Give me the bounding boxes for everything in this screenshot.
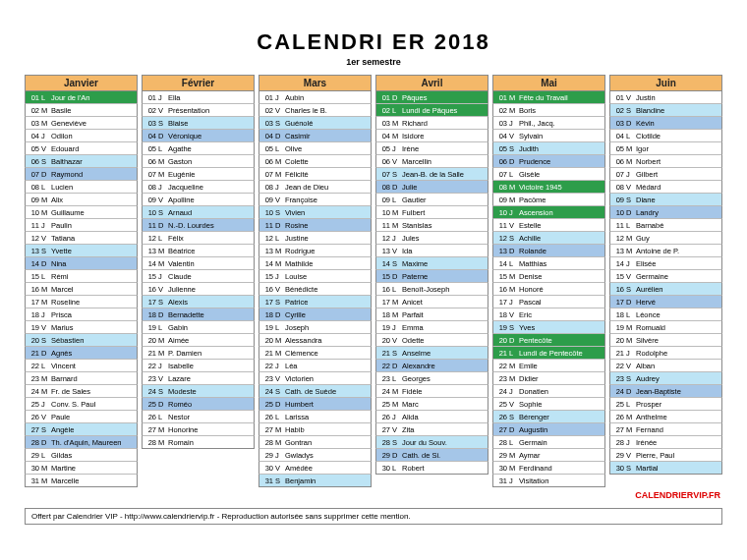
day-weekday: D [158, 310, 167, 319]
day-row: 24MFidèle [375, 385, 488, 398]
day-row: 21DAgnès [25, 347, 138, 360]
day-saint: Guénolé [284, 119, 371, 128]
day-row: 22MEmile [492, 360, 605, 372]
day-saint: Odilon [50, 132, 137, 140]
day-weekday: L [392, 374, 401, 383]
day-number: 03 [143, 119, 158, 128]
day-weekday: V [41, 413, 50, 421]
day-weekday: D [275, 400, 284, 409]
day-row: 28DTh. d'Aquin, Maureen [25, 436, 138, 449]
day-saint: Paulin [50, 221, 137, 230]
day-weekday: V [392, 425, 401, 434]
day-saint: Richard [401, 119, 488, 128]
day-number: 06 [259, 157, 275, 166]
day-saint: Claude [167, 272, 254, 281]
day-saint: Aubin [284, 93, 371, 102]
day-saint: Victoire 1945 [518, 183, 604, 192]
day-row: 26VPaule [25, 411, 138, 423]
day-number: 22 [376, 362, 392, 370]
day-number: 14 [26, 259, 41, 268]
day-weekday: L [509, 170, 518, 179]
day-weekday: J [275, 362, 284, 370]
day-weekday: M [158, 157, 167, 166]
day-number: 04 [376, 132, 392, 140]
day-row: 06DPrudence [492, 155, 605, 168]
day-row: 28LGermain [492, 436, 605, 449]
day-saint: Marcelle [50, 476, 137, 485]
day-saint: Marcel [50, 285, 137, 294]
day-saint: Romuald [635, 323, 721, 332]
day-saint: Modeste [167, 387, 254, 396]
day-saint: Anthelme [635, 413, 721, 421]
day-weekday: M [509, 374, 518, 383]
day-saint: Germain [518, 438, 604, 447]
day-number: 20 [493, 336, 509, 345]
day-saint: Rodolphe [635, 349, 721, 358]
day-saint: Ferdinand [518, 464, 604, 473]
day-weekday: J [509, 476, 518, 485]
day-weekday: S [275, 208, 284, 217]
day-saint: Ida [401, 247, 488, 255]
day-saint: Justine [284, 234, 371, 243]
day-weekday: D [41, 438, 50, 447]
day-number: 21 [259, 349, 275, 358]
day-saint: Balthazar [50, 157, 137, 166]
day-row: 19VMarius [25, 321, 138, 334]
day-saint: Fidèle [401, 387, 488, 396]
day-weekday: M [392, 221, 401, 230]
day-saint: Eugénie [167, 170, 254, 179]
day-weekday: L [626, 310, 635, 319]
day-number: 03 [259, 119, 275, 128]
day-weekday: L [509, 259, 518, 268]
day-saint: Cyrille [284, 310, 371, 319]
day-weekday: M [626, 336, 635, 345]
day-weekday: J [275, 451, 284, 460]
day-number: 16 [143, 285, 158, 294]
day-weekday: J [275, 93, 284, 102]
day-number: 09 [26, 196, 41, 204]
day-saint: Prudence [518, 157, 604, 166]
day-row: 01JAubin [259, 91, 372, 104]
day-weekday: J [626, 349, 635, 358]
day-number: 02 [259, 106, 275, 115]
day-saint: Fête du Travail [518, 93, 604, 102]
day-number: 27 [26, 425, 41, 434]
day-weekday: M [626, 247, 635, 255]
day-weekday: V [626, 93, 635, 102]
day-number: 25 [143, 400, 158, 409]
day-weekday: S [275, 119, 284, 128]
day-weekday: D [275, 310, 284, 319]
day-row: 02MBasile [25, 104, 138, 117]
day-weekday: J [275, 183, 284, 192]
day-row: 24DJean-Baptiste [609, 385, 722, 398]
day-row: 06SBalthazar [25, 155, 138, 168]
day-saint: Julie [401, 183, 488, 192]
day-saint: Pierre, Paul [635, 451, 721, 460]
day-weekday: M [275, 247, 284, 255]
day-row: 17MAnicet [375, 296, 488, 308]
day-number: 26 [143, 413, 158, 421]
day-saint: Odette [401, 336, 488, 345]
day-weekday: V [158, 106, 167, 115]
day-weekday: S [392, 259, 401, 268]
day-saint: Gaston [167, 157, 254, 166]
day-saint: Amédée [284, 464, 371, 473]
day-weekday: V [509, 400, 518, 409]
day-row: 03DKévin [609, 117, 722, 130]
day-number: 26 [493, 413, 509, 421]
day-row: 01MFête du Travail [492, 91, 605, 104]
day-weekday: M [392, 132, 401, 140]
day-row: 09MAlix [25, 194, 138, 206]
day-number: 21 [376, 349, 392, 358]
day-row: 05SJudith [492, 142, 605, 155]
day-saint: Jour de l'An [50, 93, 137, 102]
day-saint: Clotilde [635, 132, 721, 140]
day-row: 22VAlban [609, 360, 722, 372]
day-number: 29 [493, 451, 509, 460]
day-weekday: L [158, 323, 167, 332]
day-saint: Jour du Souv. [401, 438, 488, 447]
day-weekday: M [158, 247, 167, 255]
day-saint: Martine [50, 464, 137, 473]
day-number: 02 [610, 106, 626, 115]
day-weekday: M [275, 336, 284, 345]
